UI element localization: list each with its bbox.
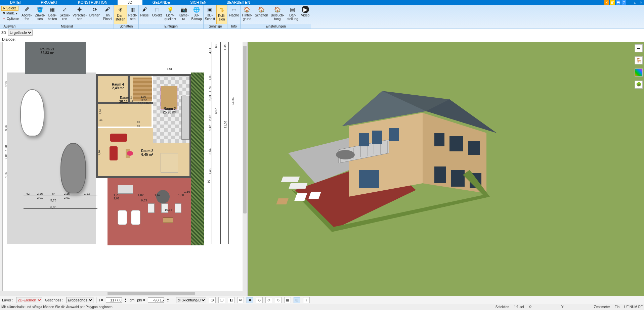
title-icon2[interactable]: ◧ <box>610 0 615 5</box>
optionen-button[interactable]: ＋Optionen <box>1 16 18 21</box>
hinpinsel-button[interactable]: 🖌Hin. Pinsel <box>102 5 114 24</box>
menu-sichten[interactable]: SICHTEN <box>180 0 216 5</box>
drehen-button[interactable]: ⟳Drehen <box>88 5 102 24</box>
menu-bar: DATEI PROJEKT KONSTRUKTION 3D GELÄNDE SI… <box>0 0 644 5</box>
kollision-button[interactable]: ⇅Kolli- sion <box>216 5 227 24</box>
verschieben-button[interactable]: ✥Verschie- ben <box>71 5 88 24</box>
layer-select[interactable]: 2D-Elemen <box>16 297 42 303</box>
menu-datei[interactable]: DATEI <box>0 0 31 5</box>
ortho-icon[interactable]: ⊞ <box>294 297 300 303</box>
view-row: 3D Urgelände <box>0 29 644 36</box>
view-3d-viewport[interactable]: ≣ 🪑 🌳 <box>248 42 644 296</box>
grid-icon[interactable]: ▦ <box>284 297 291 303</box>
status-x: X: <box>528 305 531 309</box>
scrollbar-horizontal-2d[interactable] <box>0 291 247 296</box>
3dbitmap-button[interactable]: 🌐3D- Bitmap <box>190 5 203 24</box>
dim-l-178: 1,78 <box>4 145 8 151</box>
lichtquelle-button[interactable]: 💡Licht- quelle ▾ <box>163 5 177 24</box>
title-icon3[interactable]: ⬒ <box>616 0 620 5</box>
room2-label: Raum 2 6,45 m² <box>141 149 153 156</box>
dim-i-1796: 17,96 <box>140 99 147 102</box>
maximize-icon[interactable]: □ <box>633 0 638 5</box>
house-3d-svg <box>248 42 644 296</box>
beleuchtung-button[interactable]: 🏠Beleuch- tung <box>269 5 285 24</box>
menu-konstruktion[interactable]: KONSTRUKTION <box>68 0 117 5</box>
bulb-icon: 💡 <box>167 6 174 13</box>
dim-b-64: 64 <box>52 192 55 195</box>
dim-i-151: 1,51 <box>167 67 172 70</box>
status-unit: Zentimeter <box>594 305 610 309</box>
close-icon[interactable]: ✕ <box>639 0 643 5</box>
dining-table <box>161 86 177 109</box>
snap1-icon[interactable]: ◆ <box>247 297 253 303</box>
phi-input[interactable] <box>148 297 164 303</box>
darstellung-button[interactable]: ▤Dar- stellung <box>285 5 299 24</box>
menu-gelaende[interactable]: GELÄNDE <box>142 0 180 5</box>
svg-rect-22 <box>451 170 465 187</box>
clock-icon[interactable]: ◷ <box>209 297 216 303</box>
pinsel-button[interactable]: 🖌Pinsel <box>139 5 151 24</box>
kamera-button[interactable]: 📷Kame- ra <box>177 5 190 24</box>
dim-1-76: 1,76 <box>208 86 212 92</box>
monitor-icon[interactable]: 🖵 <box>218 297 225 303</box>
objekt-button[interactable]: ⬚Objekt <box>151 5 163 24</box>
minimize-icon[interactable]: – <box>627 0 632 5</box>
title-icon1[interactable]: ✕ <box>604 0 609 5</box>
bearbeiten-button[interactable]: ▦Bear- beiten <box>46 5 58 24</box>
mode-select[interactable]: dl (Richtung/Di <box>176 297 206 303</box>
palette-icon[interactable] <box>635 68 643 77</box>
flaeche-button[interactable]: ▭Fläche <box>227 5 240 24</box>
menu-projekt[interactable]: PROJEKT <box>31 0 68 5</box>
length-down[interactable]: ▼ <box>125 300 127 302</box>
length-up[interactable]: ▲ <box>125 298 127 300</box>
background-icon: 🏠 <box>243 6 251 13</box>
view-dropdown[interactable]: Urgelände <box>8 30 33 36</box>
menu-bearbeiten[interactable]: BEARBEITEN <box>217 0 260 5</box>
flag-icon: ⚑ <box>2 11 5 15</box>
overlap-icon[interactable]: ◧ <box>228 297 234 303</box>
parasol <box>156 190 170 203</box>
rechnen-button[interactable]: ▥Rech- nen <box>127 5 139 24</box>
help-icon[interactable]: ? <box>621 0 626 5</box>
snap4-icon[interactable]: ◇ <box>275 297 282 303</box>
dim-b-201c: 2,01 <box>114 197 120 200</box>
svg-rect-15 <box>372 131 382 144</box>
3dschnitt-button[interactable]: ▣3D- Schnitt <box>204 5 217 24</box>
abgreifen-button[interactable]: 🖉Abgrei- fen <box>20 5 34 24</box>
skalieren-button[interactable]: ⤢Skalie- ren <box>58 5 72 24</box>
phi-up[interactable]: ▲ <box>167 298 169 300</box>
mark-button[interactable]: ⚑Mark. ▾ <box>1 11 18 15</box>
video-button[interactable]: ▶Video <box>300 5 311 24</box>
snap3-icon[interactable]: ◇ <box>265 297 272 303</box>
geschoss-select[interactable]: Erdgeschos <box>66 297 93 303</box>
room4-label: Raum 4 2,49 m² <box>112 83 124 90</box>
status-y: Y: <box>561 305 564 309</box>
play-icon: ▶ <box>302 6 309 13</box>
length-input[interactable] <box>106 297 122 303</box>
darstellen-button[interactable]: ☀Dar- stellen <box>114 5 127 24</box>
snap2-icon[interactable]: ◇ <box>256 297 263 303</box>
schatten-button[interactable]: 🏠Schatten <box>253 5 269 24</box>
status-ein: Ein <box>615 305 619 309</box>
dim-4-14: 4,14 <box>208 48 212 54</box>
hintergrund-button[interactable]: 🏠Hinter- grund <box>241 5 253 24</box>
menu-3d[interactable]: 3D <box>118 0 142 5</box>
selekt-button[interactable]: ➤Selekt <box>1 6 18 11</box>
group-info-label: Info <box>227 24 240 29</box>
scrollbar-vertical-2d[interactable] <box>243 42 247 291</box>
info-tool-icon[interactable]: i <box>303 297 310 303</box>
tree-icon[interactable]: 🌳 <box>635 81 643 89</box>
dialoge-row: Dialoge: <box>0 36 644 42</box>
link-icon[interactable]: ⧉ <box>237 297 244 303</box>
layers-icon[interactable]: ≣ <box>635 44 643 52</box>
dim-i-176: 1,76 <box>98 150 101 156</box>
plan-2d-viewport[interactable]: Raum 21 32,83 m² <box>0 42 248 296</box>
phi-down[interactable]: ▼ <box>167 300 169 302</box>
svg-rect-14 <box>359 133 369 146</box>
dim-b-226a: 2,26 <box>37 192 43 195</box>
zuweisen-button[interactable]: 🪣Zuwei- sen <box>34 5 46 24</box>
dim-6-69: 6,69 <box>214 44 218 50</box>
furniture-icon[interactable]: 🪑 <box>635 56 643 64</box>
bitmap-icon: 🌐 <box>193 6 200 13</box>
dim-16-81: 16,81 <box>231 97 234 105</box>
